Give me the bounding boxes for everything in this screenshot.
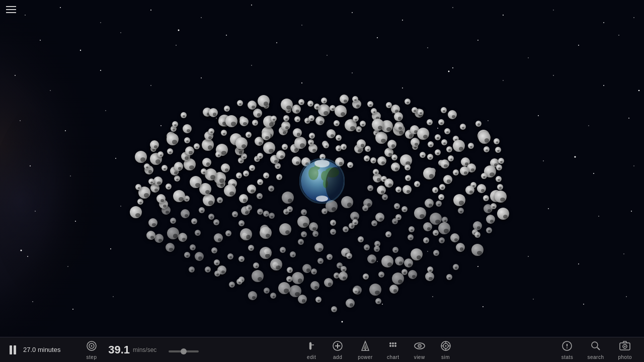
pause-button[interactable] — [5, 342, 20, 357]
satellite — [167, 148, 173, 154]
satellite — [183, 124, 192, 133]
svg-point-70 — [110, 248, 111, 249]
satellite — [340, 95, 349, 104]
sim-button[interactable]: sim — [433, 337, 459, 362]
satellite — [237, 100, 243, 106]
satellite — [181, 209, 190, 218]
satellite — [238, 220, 245, 226]
satellite — [202, 158, 211, 167]
satellite — [280, 247, 286, 253]
search-button[interactable]: search — [580, 337, 611, 362]
satellite — [427, 266, 433, 273]
satellite — [453, 264, 459, 270]
satellite — [411, 248, 423, 260]
earth-sphere — [299, 158, 345, 204]
satellite — [253, 262, 259, 268]
satellite — [203, 194, 215, 206]
satellite — [486, 215, 495, 224]
satellite — [310, 281, 319, 290]
satellite — [214, 259, 220, 265]
satellite — [385, 231, 391, 237]
speed-slider[interactable] — [169, 350, 199, 352]
satellite — [205, 266, 211, 273]
satellite — [308, 115, 314, 121]
svg-point-78 — [72, 309, 73, 310]
satellite — [281, 121, 290, 130]
chart-button[interactable]: chart — [380, 337, 407, 362]
satellite — [144, 163, 150, 169]
view-button[interactable]: view — [407, 337, 433, 362]
satellite — [239, 117, 249, 126]
edit-button[interactable]: edit — [298, 337, 325, 362]
satellite — [448, 110, 457, 119]
satellite — [435, 134, 441, 140]
satellite — [166, 243, 175, 252]
satellite — [317, 258, 324, 264]
step-button[interactable]: step — [78, 337, 105, 362]
satellite — [302, 264, 311, 273]
satellite — [240, 228, 252, 240]
satellite — [405, 175, 411, 181]
satellite — [367, 254, 376, 263]
svg-point-64 — [120, 206, 121, 206]
chart-icon — [387, 340, 399, 353]
add-button[interactable]: add — [325, 337, 351, 362]
step-icon — [86, 340, 98, 353]
power-button[interactable]: power — [351, 337, 380, 362]
satellite — [282, 192, 294, 204]
satellite — [427, 119, 433, 125]
satellite — [297, 216, 309, 228]
satellite — [441, 139, 447, 145]
satellite — [135, 151, 147, 163]
satellite — [375, 132, 387, 144]
svg-point-115 — [392, 345, 394, 347]
svg-point-75 — [578, 263, 579, 264]
speed-slider-container — [169, 345, 199, 354]
satellite — [314, 243, 324, 252]
satellite — [262, 131, 271, 140]
satellite — [453, 140, 465, 152]
satellite — [327, 254, 333, 260]
satellite — [352, 219, 358, 225]
satellite — [253, 109, 262, 118]
satellite — [248, 101, 257, 110]
satellite — [307, 101, 313, 107]
satellite — [377, 156, 386, 165]
svg-point-31 — [15, 75, 16, 76]
satellite — [148, 178, 154, 185]
satellite — [423, 167, 435, 179]
satellite — [423, 222, 432, 231]
satellite — [189, 266, 195, 273]
satellite — [225, 115, 237, 127]
satellite — [412, 107, 418, 113]
satellite — [224, 185, 236, 197]
svg-point-116 — [394, 345, 396, 347]
satellite — [298, 239, 304, 245]
stats-button[interactable]: stats — [554, 337, 580, 362]
satellite — [281, 99, 293, 111]
satellite — [427, 154, 433, 160]
power-icon — [359, 340, 371, 353]
satellite — [263, 172, 269, 178]
photo-button[interactable]: photo — [611, 337, 639, 362]
svg-point-106 — [91, 345, 93, 346]
svg-point-84 — [583, 304, 584, 305]
satellite — [137, 199, 143, 205]
satellite — [405, 164, 411, 170]
satellite — [167, 227, 179, 239]
menu-button[interactable] — [6, 6, 16, 13]
satellite — [475, 121, 481, 127]
satellite — [394, 112, 403, 121]
satellite — [257, 193, 263, 199]
satellite — [229, 282, 235, 288]
satellite — [356, 126, 362, 132]
satellite — [432, 187, 438, 193]
satellite — [495, 191, 507, 203]
satellite — [286, 276, 292, 282]
svg-point-74 — [528, 256, 529, 257]
satellite — [156, 194, 166, 203]
svg-point-5 — [60, 7, 61, 8]
svg-point-125 — [445, 345, 446, 346]
satellite — [346, 253, 352, 259]
svg-point-30 — [618, 35, 619, 36]
